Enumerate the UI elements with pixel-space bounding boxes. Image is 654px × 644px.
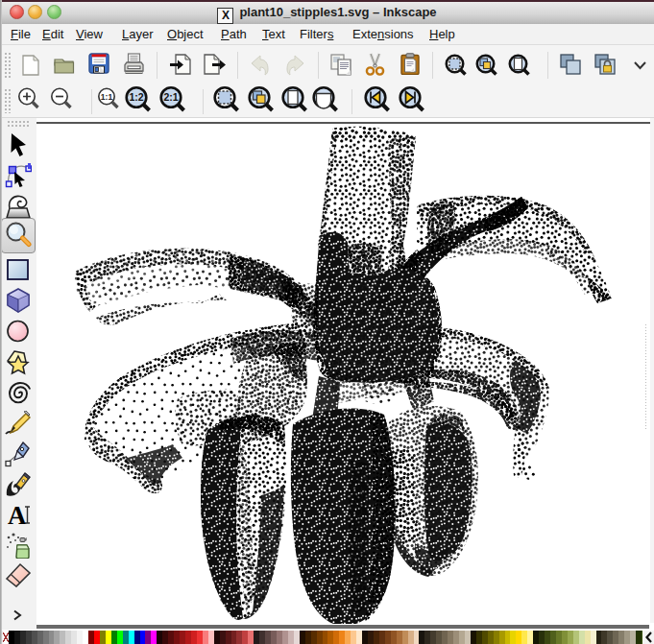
svg-text:1:2: 1:2 xyxy=(129,91,143,103)
svg-text:1:1: 1:1 xyxy=(101,92,113,102)
svg-text:2:1: 2:1 xyxy=(163,91,178,103)
svg-text:A: A xyxy=(8,501,27,528)
